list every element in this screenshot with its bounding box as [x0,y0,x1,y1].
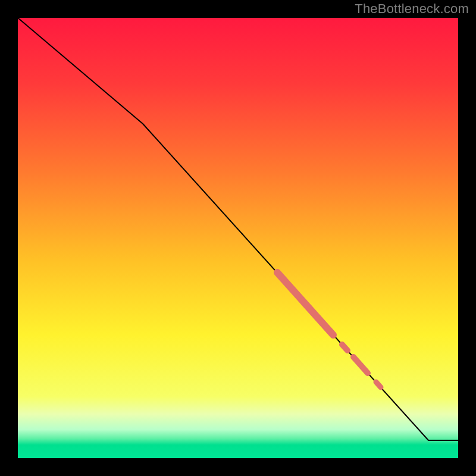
plot-background [18,18,458,458]
chart-canvas [0,0,476,476]
chart-stage: TheBottleneck.com [0,0,476,476]
highlight-segment [376,382,381,387]
highlight-segment [342,345,347,350]
watermark-text: TheBottleneck.com [355,1,469,17]
